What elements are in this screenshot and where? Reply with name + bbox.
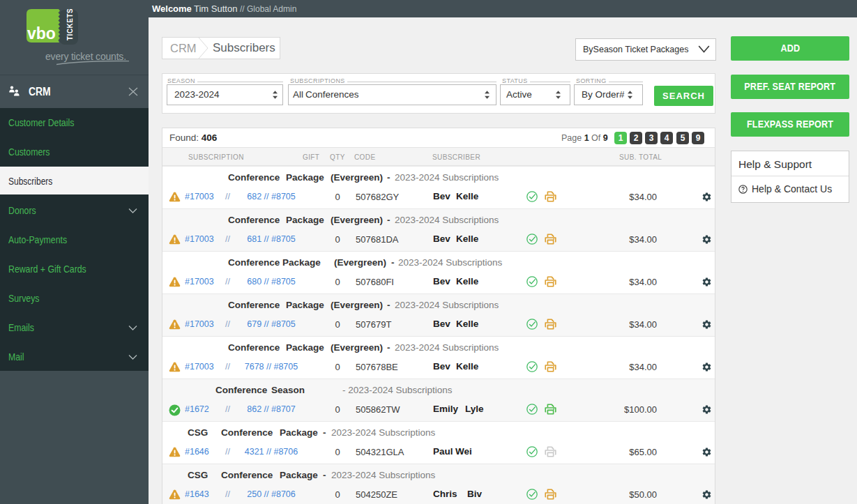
svg-text:TICKETS: TICKETS: [66, 9, 74, 40]
svg-text:vbo: vbo: [27, 24, 56, 43]
